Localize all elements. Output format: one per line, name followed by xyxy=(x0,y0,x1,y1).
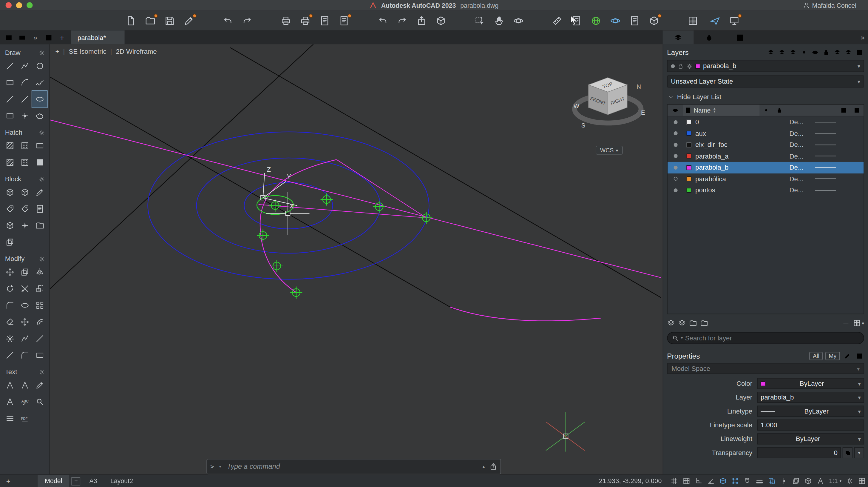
layer-color-swatch[interactable] xyxy=(686,176,691,181)
drawing-canvas[interactable]: + | SE Isometric | 2D Wireframe xyxy=(50,44,662,474)
layer-row[interactable]: eix_dir_foc De... xyxy=(668,139,864,150)
single-line-text-tool[interactable] xyxy=(2,377,17,394)
viewcube-east-label[interactable]: E xyxy=(641,109,645,116)
polygon-tool[interactable] xyxy=(2,108,17,124)
save-as-button[interactable] xyxy=(182,14,196,27)
transparency-toggle-icon[interactable] xyxy=(766,475,778,486)
panel-dock-icon[interactable] xyxy=(855,48,864,57)
layout-tab-layout2[interactable]: Layout2 xyxy=(104,478,140,484)
pdf-import-tool[interactable] xyxy=(17,410,32,427)
linetype-dropdown[interactable]: ByLayer ▾ xyxy=(757,406,864,417)
layer-freeze-icon[interactable] xyxy=(799,48,809,57)
layer-lock-icon[interactable] xyxy=(822,48,831,57)
layer-row[interactable]: pontos De... xyxy=(668,184,864,196)
circle-tool[interactable] xyxy=(32,58,47,74)
add-layout-icon[interactable]: + xyxy=(1,477,16,485)
scale-tool[interactable] xyxy=(32,280,47,297)
section-title[interactable]: Hatch xyxy=(5,129,22,137)
undo-button[interactable] xyxy=(221,14,235,27)
layer-lineweight[interactable]: De... xyxy=(789,141,815,149)
base-point-tool[interactable] xyxy=(17,218,32,234)
gear-icon[interactable] xyxy=(39,129,45,135)
new-layer-vp-icon[interactable] xyxy=(678,319,686,327)
join-tool[interactable] xyxy=(17,330,32,347)
redo-button[interactable] xyxy=(240,14,254,27)
layer-color-swatch[interactable] xyxy=(686,165,691,170)
close-window-button[interactable] xyxy=(6,2,12,8)
lock-column-header[interactable] xyxy=(773,107,786,113)
attach-reference-tool[interactable] xyxy=(32,218,47,234)
palette-overflow-chevron[interactable]: » xyxy=(861,30,868,44)
rotate-tool[interactable] xyxy=(2,280,17,297)
layer-linetype-sample[interactable] xyxy=(815,156,836,156)
fillet-tool[interactable] xyxy=(2,297,17,314)
section-title[interactable]: Text xyxy=(5,368,17,376)
layer-status-dot[interactable] xyxy=(674,177,677,181)
layer-row[interactable]: aux De... xyxy=(668,128,864,139)
zoom-window-button[interactable] xyxy=(27,2,32,8)
collapse-command-icon[interactable]: ▴ xyxy=(482,464,485,469)
layer-name[interactable]: 0 xyxy=(694,118,789,126)
open-file-button[interactable] xyxy=(144,14,157,27)
layout-icon[interactable] xyxy=(16,32,29,43)
model-tab[interactable]: Model xyxy=(38,475,69,487)
search-options-chevron[interactable]: ▾ xyxy=(681,336,683,340)
viewcube[interactable]: TOP FRONT RIGHT W S E N xyxy=(574,78,645,129)
etransmit-button[interactable] xyxy=(434,14,448,27)
define-attribute-tool[interactable] xyxy=(2,201,17,218)
layer-match-icon[interactable] xyxy=(833,48,842,57)
collaborate-button[interactable] xyxy=(609,14,622,27)
layout-menu-icon[interactable] xyxy=(16,478,30,485)
annotation-visibility-icon[interactable] xyxy=(815,475,827,486)
polar-tracking-icon[interactable] xyxy=(705,475,717,486)
snap-tracking-icon[interactable] xyxy=(742,475,754,486)
layer-color-swatch[interactable] xyxy=(686,131,691,136)
3d-osnap-icon[interactable] xyxy=(802,475,815,486)
user-account[interactable]: Mafalda Concei xyxy=(803,2,868,9)
line-tool[interactable] xyxy=(2,58,17,74)
workspace-switching-icon[interactable] xyxy=(843,475,856,486)
layer-row[interactable]: parabola_a De... xyxy=(668,150,864,162)
current-layer-dropdown[interactable]: parabola_b ▾ xyxy=(667,60,864,72)
view-control[interactable]: SE Isometric xyxy=(69,48,106,56)
hatch-dots-tool[interactable] xyxy=(17,137,32,154)
layer-search[interactable]: ▾ xyxy=(667,332,864,344)
lineweight-dropdown[interactable]: ByLayer ▾ xyxy=(757,433,864,444)
text-align-tool[interactable] xyxy=(2,410,17,427)
layout-tab-a3[interactable]: A3 xyxy=(83,478,104,484)
layer-lineweight[interactable]: De... xyxy=(789,118,815,126)
rectangle-tool[interactable] xyxy=(2,74,17,91)
share-icon[interactable] xyxy=(490,463,497,470)
layer-row-selected[interactable]: parabola_b De... xyxy=(668,162,864,173)
layer-row[interactable]: 0 De... xyxy=(668,116,864,128)
autodesk-docs-button[interactable] xyxy=(589,14,603,27)
manage-attributes-tool[interactable] xyxy=(32,201,47,218)
layer-name[interactable]: pontos xyxy=(694,186,789,194)
polyline-tool[interactable] xyxy=(17,58,32,74)
name-column-header[interactable]: Name ▲▼ xyxy=(683,105,760,116)
color-dropdown[interactable]: ByLayer ▾ xyxy=(757,378,864,389)
section-title[interactable]: Block xyxy=(5,175,21,183)
lengthen-tool[interactable] xyxy=(2,347,17,364)
spell-check-tool[interactable] xyxy=(17,394,32,410)
wcs-button[interactable]: WCS▾ xyxy=(596,146,622,155)
selection-cycling-icon[interactable] xyxy=(790,475,802,486)
new-layer-icon[interactable] xyxy=(667,319,675,327)
layer-name[interactable]: aux xyxy=(694,130,789,137)
list-columns-icon[interactable]: ▾ xyxy=(853,319,864,327)
gear-icon[interactable] xyxy=(39,369,45,375)
section-title[interactable]: Modify xyxy=(5,255,25,263)
measure-button[interactable] xyxy=(550,14,564,27)
layer-lineweight[interactable]: De... xyxy=(789,152,815,160)
drawing-tab-parabola[interactable]: parabola* xyxy=(71,30,125,44)
page-setup-button[interactable] xyxy=(337,14,351,27)
gear-icon[interactable] xyxy=(39,256,45,262)
viewcube-west-label[interactable]: W xyxy=(574,103,580,109)
layer-color-swatch[interactable] xyxy=(686,188,691,193)
axis-line-3[interactable] xyxy=(50,44,314,291)
model-geometry[interactable]: Z Y X xyxy=(50,44,662,474)
move-tool[interactable] xyxy=(2,264,17,280)
edit-attribute-tool[interactable] xyxy=(17,201,32,218)
layer-color-swatch[interactable] xyxy=(686,119,691,124)
parabola-curve[interactable] xyxy=(260,160,337,293)
